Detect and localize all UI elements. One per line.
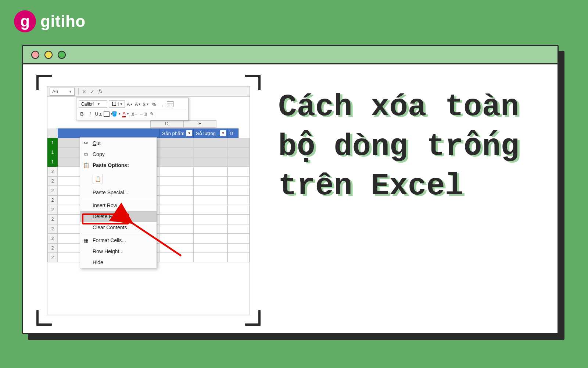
column-header-d[interactable]: D [150,120,183,128]
formula-bar: A6 ▼ ✕ ✓ fx [47,86,250,97]
row-number[interactable]: 1 [47,138,58,148]
menu-format-cells[interactable]: ▦ Format Cells... [80,235,157,246]
row-number[interactable]: 2 [47,195,58,205]
decimal-increase-icon[interactable]: .0→ [131,110,138,118]
minimize-icon[interactable] [44,51,53,59]
menu-insert-row[interactable]: Insert Row [80,200,157,211]
row-number[interactable]: 2 [47,176,58,186]
italic-button[interactable]: I [87,110,93,118]
cancel-icon[interactable]: ✕ [80,88,88,96]
window-titlebar [23,46,557,64]
increase-font-icon[interactable]: A▲ [126,100,133,108]
font-selector[interactable]: Calibri▼ [79,100,107,108]
border-icon[interactable]: ▼ [103,110,110,118]
menu-paste-options-label: 📋 Paste Options: [80,160,157,171]
mini-toolbar: Calibri▼ 11▼ A▲ A▼ $▼ % , B I U▼ ▼ [76,98,189,120]
decrease-font-icon[interactable]: A▼ [135,100,141,108]
zoom-icon[interactable] [58,51,66,59]
currency-icon[interactable]: $▼ [143,100,149,108]
menu-clear-contents[interactable]: Clear Contents [80,222,157,233]
underline-button[interactable]: U▼ [95,110,102,118]
brand-name: gitiho [40,12,86,31]
name-box-value: A6 [52,89,58,94]
row-number[interactable]: 1 [47,148,58,157]
brand-logo: g gitiho [14,10,86,32]
menu-delete-row[interactable]: Delete Row [80,211,157,222]
row-number[interactable]: 2 [47,215,58,224]
menu-hide[interactable]: Hide [80,257,157,268]
logo-mark-icon: g [14,10,36,32]
column-header-e[interactable]: E [183,120,216,128]
name-box[interactable]: A6 ▼ [50,88,75,96]
fx-icon[interactable]: fx [98,89,102,95]
menu-row-height[interactable]: Row Height... [80,246,157,257]
app-window: A6 ▼ ✕ ✓ fx Calibri▼ 11▼ A▲ A [22,45,559,334]
format-painter-icon[interactable]: ✎ [148,110,155,118]
window-content: A6 ▼ ✕ ✓ fx Calibri▼ 11▼ A▲ A [23,64,557,333]
header-col-partial: D [230,131,233,136]
row-number[interactable]: 2 [47,253,58,262]
row-number[interactable]: 1 [47,157,58,167]
scissors-icon: ✂ [82,140,90,146]
fill-color-icon[interactable]: 🪣▼ [111,110,121,118]
table-icon[interactable] [167,100,173,108]
row-number[interactable]: 2 [47,224,58,234]
table-header-row: Sản phẩm ▼ Số lượng ▼ D [58,128,250,138]
excel-screenshot: A6 ▼ ✕ ✓ fx Calibri▼ 11▼ A▲ A [47,86,250,315]
comma-icon[interactable]: , [159,100,165,108]
paste-option-row: 📋 [80,171,157,187]
row-number[interactable]: 2 [47,167,58,176]
menu-cut[interactable]: ✂ Cut [80,138,157,149]
context-menu: ✂ Cut ⧉ Copy 📋 Paste Options: 📋 Paste Sp… [80,137,157,268]
clipboard-icon: 📋 [82,162,90,168]
format-cells-icon: ▦ [82,237,90,243]
copy-icon: ⧉ [82,151,90,158]
menu-paste-special[interactable]: Paste Special... [80,187,157,198]
row-number-gutter: 1 1 1 2 2 2 2 2 2 2 2 2 2 [47,128,58,262]
menu-copy[interactable]: ⧉ Copy [80,149,157,160]
percent-icon[interactable]: % [151,100,157,108]
decimal-decrease-icon[interactable]: ←.0 [140,110,147,118]
bold-button[interactable]: B [79,110,85,118]
row-number[interactable]: 2 [47,243,58,253]
close-icon[interactable] [31,51,39,59]
row-number[interactable]: 2 [47,186,58,195]
filter-icon[interactable]: ▼ [186,130,192,136]
font-size-selector[interactable]: 11▼ [109,100,125,108]
page-title: Cách xóa toàn bộ dòng trống trên Excel C… [278,87,548,206]
filter-icon[interactable]: ▼ [220,130,226,136]
row-number[interactable]: 2 [47,234,58,243]
header-san-pham: Sản phẩm [162,131,184,136]
paste-default-icon[interactable]: 📋 [93,174,103,184]
font-color-icon[interactable]: A▼ [122,110,129,118]
header-so-luong: Số lượng [196,131,216,136]
row-number[interactable]: 2 [47,205,58,215]
enter-icon[interactable]: ✓ [88,88,96,96]
